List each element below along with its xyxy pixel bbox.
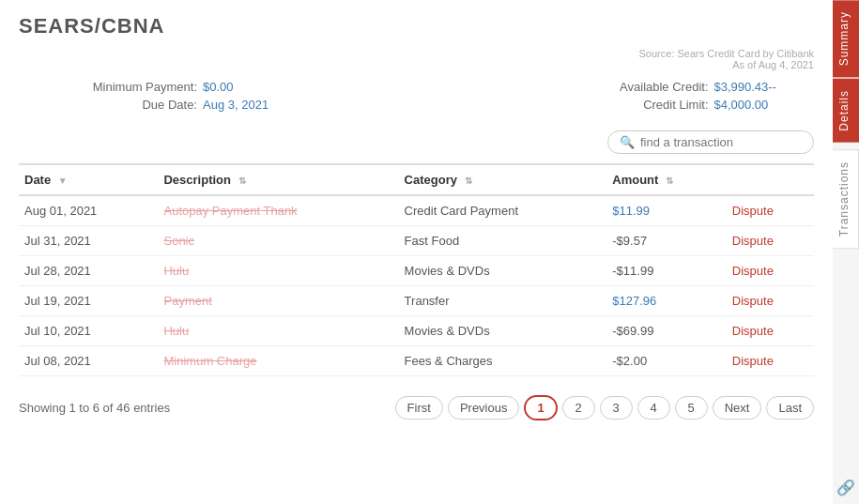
col-date[interactable]: Date ▼ [19,164,158,195]
cell-dispute[interactable]: Dispute [727,316,814,346]
cell-category: Fees & Charges [399,346,607,376]
cell-date: Jul 10, 2021 [19,316,158,346]
table-header-row: Date ▼ Description ⇅ Category ⇅ Amount ⇅ [19,164,814,195]
table-row: Jul 28, 2021 Hulu Movies & DVDs -$11.99 … [19,256,814,286]
link-icon[interactable]: 🔗 [833,471,859,504]
table-row: Jul 08, 2021 Minimum Charge Fees & Charg… [19,346,814,376]
cell-amount: -$69.99 [606,316,727,346]
table-row: Jul 31, 2021 Sonic Fast Food -$9.57 Disp… [19,226,814,256]
col-action [727,164,814,195]
sort-description-icon: ⇅ [238,176,246,186]
pagination-controls: First Previous 1 2 3 4 5 Next Last [395,395,814,420]
minimum-payment-item: Minimum Payment: $0.00 [75,80,268,94]
col-description[interactable]: Description ⇅ [158,164,398,195]
cell-amount: -$11.99 [606,256,727,286]
dispute-button[interactable]: Dispute [732,204,774,218]
dispute-button[interactable]: Dispute [732,294,774,308]
first-page-button[interactable]: First [395,396,443,420]
page-5-button[interactable]: 5 [675,396,708,420]
cell-dispute[interactable]: Dispute [727,195,814,226]
cell-category: Transfer [399,286,607,316]
prev-page-button[interactable]: Previous [448,396,520,420]
cell-amount: $11.99 [606,195,727,226]
cell-date: Jul 08, 2021 [19,346,158,376]
right-sidebar: Summary Details Transactions 🔗 [833,0,859,504]
dispute-button[interactable]: Dispute [732,354,774,368]
page-title: SEARS/CBNA [19,14,814,38]
table-row: Aug 01, 2021 Autopay Payment Thank Credi… [19,195,814,226]
table-row: Jul 10, 2021 Hulu Movies & DVDs -$69.99 … [19,316,814,346]
cell-description: Autopay Payment Thank [158,195,398,226]
transactions-table-container: Date ▼ Description ⇅ Category ⇅ Amount ⇅ [19,163,814,376]
pagination-row: Showing 1 to 6 of 46 entries First Previ… [19,390,814,425]
cell-category: Movies & DVDs [399,316,607,346]
cell-date: Jul 19, 2021 [19,286,158,316]
details-tab[interactable]: Details [833,79,859,143]
summary-tab[interactable]: Summary [833,0,859,77]
search-icon: 🔍 [620,135,635,149]
search-input[interactable] [640,135,802,149]
credit-limit-value: $4,000.00 [714,98,769,112]
cell-category: Fast Food [399,226,607,256]
credit-limit-item: Credit Limit: $4,000.00 [587,98,777,112]
dispute-button[interactable]: Dispute [732,324,774,338]
search-box[interactable]: 🔍 [607,130,814,154]
sort-amount-icon: ⇅ [666,176,673,186]
sort-category-icon: ⇅ [465,176,472,186]
last-page-button[interactable]: Last [766,396,814,420]
due-date-value: Aug 3, 2021 [203,98,268,112]
col-amount[interactable]: Amount ⇅ [606,164,727,195]
cell-description: Payment [158,286,398,316]
summary-left: Minimum Payment: $0.00 Due Date: Aug 3, … [75,80,268,112]
table-row: Jul 19, 2021 Payment Transfer $127.96 Di… [19,286,814,316]
page-1-button[interactable]: 1 [524,395,557,420]
cell-dispute[interactable]: Dispute [727,346,814,376]
cell-dispute[interactable]: Dispute [727,256,814,286]
source-info: Source: Sears Credit Card by Citibank As… [19,48,814,70]
available-credit-label: Available Credit: [587,80,709,94]
cell-description: Hulu [158,256,398,286]
dispute-button[interactable]: Dispute [732,264,774,278]
transactions-tab[interactable]: Transactions [833,149,859,249]
cell-date: Aug 01, 2021 [19,195,158,226]
main-content: SEARS/CBNA Source: Sears Credit Card by … [0,0,833,504]
dispute-button[interactable]: Dispute [732,234,774,248]
cell-description: Hulu [158,316,398,346]
col-category[interactable]: Category ⇅ [399,164,607,195]
cell-description: Sonic [158,226,398,256]
search-bar-row: 🔍 [19,130,814,154]
cell-category: Movies & DVDs [399,256,607,286]
next-page-button[interactable]: Next [713,396,762,420]
available-credit-item: Available Credit: $3,990.43-- [587,80,777,94]
credit-limit-label: Credit Limit: [587,98,709,112]
cell-amount: $127.96 [606,286,727,316]
page-4-button[interactable]: 4 [637,396,670,420]
minimum-payment-value: $0.00 [203,80,234,94]
cell-date: Jul 28, 2021 [19,256,158,286]
summary-section: Minimum Payment: $0.00 Due Date: Aug 3, … [19,75,814,116]
cell-amount: -$9.57 [606,226,727,256]
transactions-table: Date ▼ Description ⇅ Category ⇅ Amount ⇅ [19,163,814,376]
entries-text: Showing 1 to 6 of 46 entries [19,401,170,415]
cell-dispute[interactable]: Dispute [727,286,814,316]
cell-dispute[interactable]: Dispute [727,226,814,256]
summary-right: Available Credit: $3,990.43-- Credit Lim… [587,80,777,112]
available-credit-value: $3,990.43-- [714,80,777,94]
cell-date: Jul 31, 2021 [19,226,158,256]
due-date-item: Due Date: Aug 3, 2021 [75,98,268,112]
due-date-label: Due Date: [75,98,197,112]
cell-amount: -$2.00 [606,346,727,376]
page-3-button[interactable]: 3 [600,396,633,420]
minimum-payment-label: Minimum Payment: [75,80,197,94]
cell-description: Minimum Charge [158,346,398,376]
sort-date-icon: ▼ [58,176,68,186]
page-2-button[interactable]: 2 [562,396,595,420]
cell-category: Credit Card Payment [399,195,607,226]
